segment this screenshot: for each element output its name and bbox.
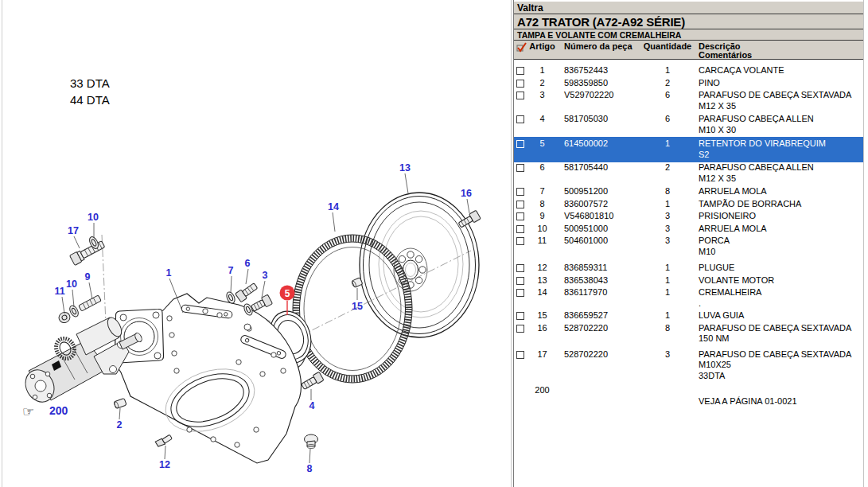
table-row[interactable]: 3V5297022206PARAFUSO DE CABEÇA SEXTAVADA…: [514, 90, 863, 111]
article-number: 10: [527, 224, 557, 236]
table-row[interactable]: 158366595271LUVA GUIA: [514, 310, 863, 323]
row-checkbox[interactable]: [516, 140, 524, 148]
callout-label-10[interactable]: 10: [66, 279, 77, 290]
table-row[interactable]: 105009510003ARRUELA MOLA: [514, 224, 863, 236]
part-number: 598359850: [557, 78, 643, 91]
quantity: 1: [643, 199, 692, 212]
article-number: 16: [527, 323, 557, 345]
callout-label-2[interactable]: 2: [117, 419, 123, 431]
table-row[interactable]: 25983598502PINO: [514, 78, 863, 91]
row-checkbox[interactable]: [516, 80, 524, 88]
callout-label-13[interactable]: 13: [399, 162, 411, 173]
callout-label-3[interactable]: 3: [263, 270, 268, 281]
col-header-part-number[interactable]: Número da peça: [557, 42, 643, 59]
table-row[interactable]: 56145000021RETENTOR DO VIRABREQUIMS2: [514, 137, 863, 162]
callout-label-17[interactable]: 17: [68, 225, 79, 236]
quantity: 3: [643, 224, 692, 236]
quantity: 2: [643, 162, 692, 184]
article-number: 6: [527, 162, 557, 184]
description: CREMALHEIRA.: [692, 287, 863, 309]
parts-rows: 18367524431CARCAÇA VOLANTE25983598502PIN…: [514, 65, 863, 407]
col-header-comments[interactable]: Comentários: [699, 51, 863, 60]
part-number: 836659527: [557, 310, 643, 323]
description: PARAFUSO CABEÇA ALLENM12 X 35: [692, 162, 863, 184]
callout-label-15[interactable]: 15: [352, 301, 363, 312]
callout-label-8[interactable]: 8: [307, 463, 313, 474]
col-header-quantity[interactable]: Quantidade: [643, 42, 692, 59]
part-number: 581705440: [557, 162, 643, 184]
table-row[interactable]: 128368593111PLUGUE: [514, 263, 863, 275]
model-title: A72 TRATOR (A72-A92 SÉRIE): [514, 14, 863, 29]
row-checkbox[interactable]: [516, 67, 524, 75]
quantity: 1: [643, 65, 692, 78]
row-checkbox[interactable]: [516, 188, 524, 196]
description: RETENTOR DO VIRABREQUIMS2: [692, 138, 863, 160]
table-row[interactable]: 45817050306PARAFUSO CABEÇA ALLENM10 X 30: [514, 114, 863, 135]
description: PORCAM10: [692, 236, 863, 257]
callout-label-4[interactable]: 4: [309, 400, 315, 411]
row-checkbox[interactable]: [516, 212, 524, 220]
article-number: 8: [527, 199, 557, 212]
callout-label-12[interactable]: 12: [159, 459, 170, 470]
article-number: 14: [527, 287, 557, 309]
row-checkbox[interactable]: [516, 92, 524, 99]
table-row[interactable]: 18367524431CARCAÇA VOLANTE: [514, 65, 863, 78]
table-row[interactable]: 75009512008ARRUELA MOLA: [514, 186, 863, 199]
row-checkbox[interactable]: [516, 225, 524, 233]
part-number: 500951000: [557, 224, 643, 236]
row-checkbox[interactable]: [516, 115, 524, 123]
select-all-check-icon[interactable]: [516, 42, 527, 53]
row-checkbox[interactable]: [516, 351, 524, 359]
part-number: 836538043: [557, 275, 643, 288]
table-row[interactable]: 138365380431VOLANTE MOTOR: [514, 275, 863, 288]
row-checkbox[interactable]: [516, 312, 524, 320]
callout-label-6[interactable]: 6: [245, 258, 251, 269]
row-checkbox[interactable]: [516, 289, 524, 297]
quantity: [643, 385, 692, 407]
quantity: 8: [643, 186, 692, 199]
part-number: 836752443: [557, 65, 643, 78]
description: PARAFUSO DE CABEÇA SEXTAVADA150 NM: [692, 323, 863, 345]
col-header-article[interactable]: Artigo: [527, 42, 557, 59]
table-row[interactable]: 88360075721TAMPÃO DE BORRACHA: [514, 199, 863, 212]
callout-label-16[interactable]: 16: [461, 188, 472, 199]
row-checkbox[interactable]: [516, 164, 524, 172]
table-row[interactable]: 9V5468018103PRISIONEIRO: [514, 211, 863, 224]
table-row[interactable]: 148361179701CREMALHEIRA.: [514, 287, 863, 309]
quantity: 6: [643, 90, 692, 111]
quantity: 3: [643, 211, 692, 224]
table-row[interactable]: 165287022208PARAFUSO DE CABEÇA SEXTAVADA…: [514, 323, 863, 345]
quantity: 1: [643, 138, 692, 160]
parts-diagram-pane: 5 33 DTA 44 DTA ☞ 200 171091011176314131…: [0, 0, 513, 487]
row-checkbox[interactable]: [516, 237, 524, 245]
row-checkbox[interactable]: [516, 277, 524, 285]
article-number: 4: [527, 114, 557, 135]
table-row[interactable]: 115046010003PORCAM10: [514, 236, 863, 257]
quantity: 2: [643, 78, 692, 91]
table-row[interactable]: 65817054402PARAFUSO CABEÇA ALLENM12 X 35: [514, 162, 863, 184]
right-frame-line: [863, 0, 864, 487]
callout-label-14[interactable]: 14: [328, 201, 339, 212]
row-checkbox[interactable]: [516, 325, 524, 333]
part-number: 581705030: [557, 114, 643, 135]
table-row[interactable]: 200 VEJA A PÁGINA 01-0021: [514, 385, 863, 407]
callout-label-9[interactable]: 9: [85, 271, 91, 282]
brand-title: Valtra: [514, 2, 863, 14]
row-checkbox[interactable]: [516, 201, 524, 208]
callout-label-10[interactable]: 10: [88, 212, 99, 223]
pane-divider-light: [511, 0, 512, 487]
callout-label-1[interactable]: 1: [166, 267, 172, 279]
callout-label-7[interactable]: 7: [228, 265, 234, 276]
flywheel-drawing: [360, 193, 479, 337]
callout-label-11[interactable]: 11: [54, 286, 64, 297]
article-number: 3: [527, 90, 557, 111]
part-number: 528702220: [557, 323, 643, 345]
badge-number: 5: [285, 288, 290, 299]
article-number: 11: [527, 236, 557, 257]
description: ARRUELA MOLA: [692, 224, 863, 236]
description: ARRUELA MOLA: [692, 186, 863, 199]
ref-200-label[interactable]: 200: [49, 404, 68, 417]
table-row[interactable]: 175287022203PARAFUSO DE CABEÇA SEXTAVADA…: [514, 349, 863, 382]
article-number: 5: [527, 138, 557, 160]
row-checkbox[interactable]: [516, 264, 524, 272]
